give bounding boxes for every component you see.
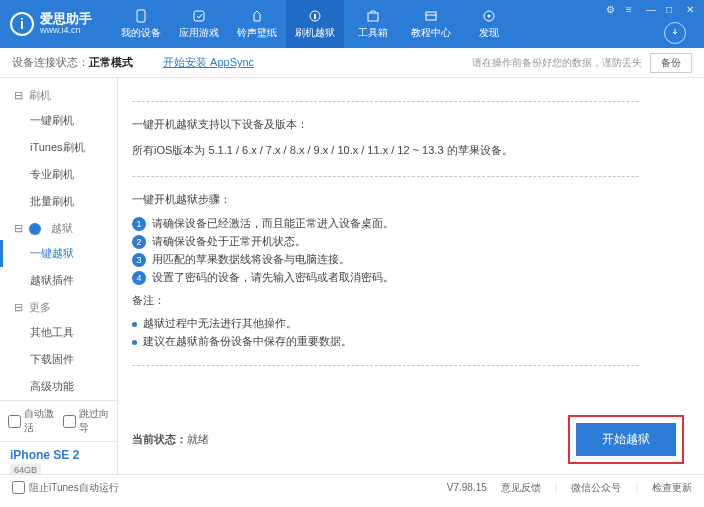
nav-2[interactable]: 铃声壁纸 [228, 0, 286, 48]
version-label: V7.98.15 [447, 482, 487, 493]
nav-icon [249, 8, 265, 24]
side-item-0-1[interactable]: iTunes刷机 [0, 134, 117, 161]
auto-activate-label: 自动激活 [24, 407, 55, 435]
side-group-1[interactable]: ⊟越狱 [0, 215, 117, 240]
install-appsync-link[interactable]: 开始安装 AppSync [163, 55, 254, 70]
support-title: 一键开机越狱支持以下设备及版本： [132, 116, 690, 134]
svg-point-7 [488, 15, 491, 18]
nav-label: 发现 [479, 26, 499, 40]
nav-icon [423, 8, 439, 24]
step-number-icon: 1 [132, 217, 146, 231]
maximize-icon[interactable]: □ [666, 4, 678, 16]
step-text: 设置了密码的设备，请先输入密码或者取消密码。 [152, 270, 394, 285]
side-item-1-0[interactable]: 一键越狱 [0, 240, 117, 267]
feedback-link[interactable]: 意见反馈 [501, 481, 541, 495]
bullet-icon [132, 322, 137, 327]
blue-dot-icon [29, 223, 41, 235]
download-ring-icon[interactable] [664, 22, 686, 44]
action-row: 当前状态：就绪 开始越狱 [132, 397, 690, 464]
block-itunes-checkbox[interactable]: 阻止iTunes自动运行 [12, 481, 119, 495]
bullet-icon [132, 340, 137, 345]
svg-rect-0 [137, 10, 145, 22]
nav-5[interactable]: 教程中心 [402, 0, 460, 48]
logo: i 爱思助手 www.i4.cn [10, 12, 92, 36]
device-capacity: 64GB [10, 464, 41, 474]
collapse-icon: ⊟ [14, 301, 23, 314]
conn-status: 设备连接状态：正常模式 [12, 55, 133, 70]
conn-status-value: 正常模式 [89, 56, 133, 68]
nav-icon [481, 8, 497, 24]
step-number-icon: 2 [132, 235, 146, 249]
side-item-2-2[interactable]: 高级功能 [0, 373, 117, 400]
divider: | [635, 482, 638, 493]
note-2: 建议在越狱前备份设备中保存的重要数据。 [132, 334, 690, 349]
current-status: 当前状态：就绪 [132, 432, 209, 447]
nav-0[interactable]: 我的设备 [112, 0, 170, 48]
step-text: 请确保设备已经激活，而且能正常进入设备桌面。 [152, 216, 394, 231]
note-text: 建议在越狱前备份设备中保存的重要数据。 [143, 334, 352, 349]
menu-icon[interactable]: ≡ [626, 4, 638, 16]
step-1: 1请确保设备已经激活，而且能正常进入设备桌面。 [132, 216, 690, 231]
nav-1[interactable]: 应用游戏 [170, 0, 228, 48]
status-bar: 设备连接状态：正常模式 开始安装 AppSync 请在操作前备份好您的数据，谨防… [0, 48, 704, 78]
step-4: 4设置了密码的设备，请先输入密码或者取消密码。 [132, 270, 690, 285]
logo-title: 爱思助手 [40, 12, 92, 26]
svg-rect-4 [368, 13, 378, 21]
svg-rect-3 [314, 14, 316, 19]
side-group-0[interactable]: ⊟刷机 [0, 82, 117, 107]
side-item-0-2[interactable]: 专业刷机 [0, 161, 117, 188]
nav-label: 工具箱 [358, 26, 388, 40]
current-status-label: 当前状态： [132, 433, 187, 445]
block-itunes-label: 阻止iTunes自动运行 [29, 481, 119, 495]
side-item-0-0[interactable]: 一键刷机 [0, 107, 117, 134]
check-update-link[interactable]: 检查更新 [652, 481, 692, 495]
nav-icon [133, 8, 149, 24]
step-number-icon: 3 [132, 253, 146, 267]
step-text: 用匹配的苹果数据线将设备与电脑连接。 [152, 252, 350, 267]
nav-label: 教程中心 [411, 26, 451, 40]
nav-4[interactable]: 工具箱 [344, 0, 402, 48]
side-group-label: 刷机 [29, 88, 51, 103]
side-group-2[interactable]: ⊟更多 [0, 294, 117, 319]
nav-label: 应用游戏 [179, 26, 219, 40]
device-info[interactable]: iPhone SE 2 64GB iPhone SE 2 [0, 441, 117, 474]
nav-3[interactable]: 刷机越狱 [286, 0, 344, 48]
wechat-link[interactable]: 微信公众号 [571, 481, 621, 495]
side-group-label: 越狱 [51, 221, 73, 236]
settings-icon[interactable]: ⚙ [606, 4, 618, 16]
start-jailbreak-button[interactable]: 开始越狱 [576, 423, 676, 456]
sidebar-options: 自动激活 跳过向导 [0, 400, 117, 441]
divider: ----------------------------------------… [132, 94, 690, 106]
note-title: 备注： [132, 292, 690, 310]
side-item-2-1[interactable]: 下载固件 [0, 346, 117, 373]
divider: | [555, 482, 558, 493]
nav-label: 我的设备 [121, 26, 161, 40]
nav-icon [365, 8, 381, 24]
side-item-2-0[interactable]: 其他工具 [0, 319, 117, 346]
nav-icon [307, 8, 323, 24]
sidebar: ⊟刷机一键刷机iTunes刷机专业刷机批量刷机⊟越狱一键越狱越狱插件⊟更多其他工… [0, 78, 118, 474]
side-item-0-3[interactable]: 批量刷机 [0, 188, 117, 215]
divider: ----------------------------------------… [132, 358, 690, 370]
conn-status-label: 设备连接状态： [12, 56, 89, 68]
nav-6[interactable]: 发现 [460, 0, 518, 48]
support-line: 所有iOS版本为 5.1.1 / 6.x / 7.x / 8.x / 9.x /… [132, 142, 690, 160]
step-text: 请确保设备处于正常开机状态。 [152, 234, 306, 249]
collapse-icon: ⊟ [14, 89, 23, 102]
skip-guide-checkbox[interactable]: 跳过向导 [63, 407, 110, 435]
close-icon[interactable]: ✕ [686, 4, 698, 16]
auto-activate-checkbox[interactable]: 自动激活 [8, 407, 55, 435]
backup-tip: 请在操作前备份好您的数据，谨防丢失 [472, 56, 642, 70]
window-controls: ⚙ ≡ — □ ✕ [606, 4, 698, 16]
skip-guide-label: 跳过向导 [79, 407, 110, 435]
backup-button[interactable]: 备份 [650, 53, 692, 73]
footer: 阻止iTunes自动运行 V7.98.15 意见反馈 | 微信公众号 | 检查更… [0, 474, 704, 500]
nav-label: 刷机越狱 [295, 26, 335, 40]
svg-rect-1 [194, 11, 204, 21]
start-highlight: 开始越狱 [568, 415, 684, 464]
collapse-icon: ⊟ [14, 222, 23, 235]
side-item-1-1[interactable]: 越狱插件 [0, 267, 117, 294]
device-name: iPhone SE 2 [10, 448, 107, 462]
minimize-icon[interactable]: — [646, 4, 658, 16]
nav-icon [191, 8, 207, 24]
